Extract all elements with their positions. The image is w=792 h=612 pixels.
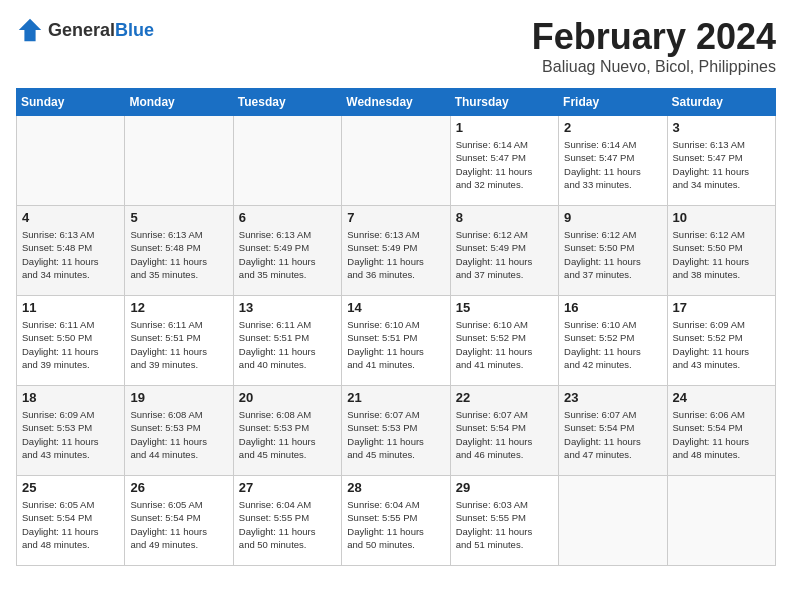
day-info: Sunrise: 6:13 AM Sunset: 5:49 PM Dayligh… bbox=[239, 228, 336, 281]
day-info: Sunrise: 6:03 AM Sunset: 5:55 PM Dayligh… bbox=[456, 498, 553, 551]
calendar-table: SundayMondayTuesdayWednesdayThursdayFrid… bbox=[16, 88, 776, 566]
calendar-cell: 29Sunrise: 6:03 AM Sunset: 5:55 PM Dayli… bbox=[450, 476, 558, 566]
day-info: Sunrise: 6:13 AM Sunset: 5:48 PM Dayligh… bbox=[130, 228, 227, 281]
day-number: 4 bbox=[22, 210, 119, 225]
calendar-header-row: SundayMondayTuesdayWednesdayThursdayFrid… bbox=[17, 89, 776, 116]
column-header-tuesday: Tuesday bbox=[233, 89, 341, 116]
day-info: Sunrise: 6:12 AM Sunset: 5:49 PM Dayligh… bbox=[456, 228, 553, 281]
day-info: Sunrise: 6:07 AM Sunset: 5:53 PM Dayligh… bbox=[347, 408, 444, 461]
day-info: Sunrise: 6:05 AM Sunset: 5:54 PM Dayligh… bbox=[22, 498, 119, 551]
day-number: 20 bbox=[239, 390, 336, 405]
day-info: Sunrise: 6:04 AM Sunset: 5:55 PM Dayligh… bbox=[347, 498, 444, 551]
day-number: 9 bbox=[564, 210, 661, 225]
calendar-cell bbox=[559, 476, 667, 566]
day-number: 19 bbox=[130, 390, 227, 405]
day-info: Sunrise: 6:13 AM Sunset: 5:48 PM Dayligh… bbox=[22, 228, 119, 281]
day-number: 28 bbox=[347, 480, 444, 495]
day-info: Sunrise: 6:10 AM Sunset: 5:52 PM Dayligh… bbox=[564, 318, 661, 371]
calendar-cell: 14Sunrise: 6:10 AM Sunset: 5:51 PM Dayli… bbox=[342, 296, 450, 386]
day-info: Sunrise: 6:14 AM Sunset: 5:47 PM Dayligh… bbox=[456, 138, 553, 191]
day-info: Sunrise: 6:12 AM Sunset: 5:50 PM Dayligh… bbox=[673, 228, 770, 281]
day-info: Sunrise: 6:10 AM Sunset: 5:52 PM Dayligh… bbox=[456, 318, 553, 371]
calendar-cell: 19Sunrise: 6:08 AM Sunset: 5:53 PM Dayli… bbox=[125, 386, 233, 476]
day-number: 14 bbox=[347, 300, 444, 315]
week-row-1: 4Sunrise: 6:13 AM Sunset: 5:48 PM Daylig… bbox=[17, 206, 776, 296]
logo: GeneralBlue bbox=[16, 16, 154, 44]
day-info: Sunrise: 6:13 AM Sunset: 5:49 PM Dayligh… bbox=[347, 228, 444, 281]
day-number: 11 bbox=[22, 300, 119, 315]
day-number: 12 bbox=[130, 300, 227, 315]
calendar-cell: 27Sunrise: 6:04 AM Sunset: 5:55 PM Dayli… bbox=[233, 476, 341, 566]
calendar-cell: 6Sunrise: 6:13 AM Sunset: 5:49 PM Daylig… bbox=[233, 206, 341, 296]
day-number: 27 bbox=[239, 480, 336, 495]
logo-general: GeneralBlue bbox=[48, 20, 154, 41]
day-info: Sunrise: 6:08 AM Sunset: 5:53 PM Dayligh… bbox=[239, 408, 336, 461]
calendar-cell: 22Sunrise: 6:07 AM Sunset: 5:54 PM Dayli… bbox=[450, 386, 558, 476]
day-number: 8 bbox=[456, 210, 553, 225]
calendar-cell bbox=[17, 116, 125, 206]
week-row-0: 1Sunrise: 6:14 AM Sunset: 5:47 PM Daylig… bbox=[17, 116, 776, 206]
week-row-4: 25Sunrise: 6:05 AM Sunset: 5:54 PM Dayli… bbox=[17, 476, 776, 566]
day-number: 1 bbox=[456, 120, 553, 135]
column-header-sunday: Sunday bbox=[17, 89, 125, 116]
svg-marker-0 bbox=[19, 19, 41, 41]
day-number: 29 bbox=[456, 480, 553, 495]
calendar-cell: 10Sunrise: 6:12 AM Sunset: 5:50 PM Dayli… bbox=[667, 206, 775, 296]
calendar-cell bbox=[125, 116, 233, 206]
calendar-cell: 12Sunrise: 6:11 AM Sunset: 5:51 PM Dayli… bbox=[125, 296, 233, 386]
day-info: Sunrise: 6:10 AM Sunset: 5:51 PM Dayligh… bbox=[347, 318, 444, 371]
calendar-cell: 13Sunrise: 6:11 AM Sunset: 5:51 PM Dayli… bbox=[233, 296, 341, 386]
logo-icon bbox=[16, 16, 44, 44]
calendar-cell: 18Sunrise: 6:09 AM Sunset: 5:53 PM Dayli… bbox=[17, 386, 125, 476]
title-area: February 2024 Baliuag Nuevo, Bicol, Phil… bbox=[532, 16, 776, 76]
day-info: Sunrise: 6:11 AM Sunset: 5:51 PM Dayligh… bbox=[130, 318, 227, 371]
column-header-thursday: Thursday bbox=[450, 89, 558, 116]
calendar-cell: 11Sunrise: 6:11 AM Sunset: 5:50 PM Dayli… bbox=[17, 296, 125, 386]
day-info: Sunrise: 6:04 AM Sunset: 5:55 PM Dayligh… bbox=[239, 498, 336, 551]
day-info: Sunrise: 6:05 AM Sunset: 5:54 PM Dayligh… bbox=[130, 498, 227, 551]
day-info: Sunrise: 6:11 AM Sunset: 5:51 PM Dayligh… bbox=[239, 318, 336, 371]
day-number: 25 bbox=[22, 480, 119, 495]
day-number: 24 bbox=[673, 390, 770, 405]
calendar-cell: 21Sunrise: 6:07 AM Sunset: 5:53 PM Dayli… bbox=[342, 386, 450, 476]
day-info: Sunrise: 6:09 AM Sunset: 5:52 PM Dayligh… bbox=[673, 318, 770, 371]
column-header-wednesday: Wednesday bbox=[342, 89, 450, 116]
day-info: Sunrise: 6:11 AM Sunset: 5:50 PM Dayligh… bbox=[22, 318, 119, 371]
day-number: 7 bbox=[347, 210, 444, 225]
day-info: Sunrise: 6:14 AM Sunset: 5:47 PM Dayligh… bbox=[564, 138, 661, 191]
calendar-cell: 28Sunrise: 6:04 AM Sunset: 5:55 PM Dayli… bbox=[342, 476, 450, 566]
day-info: Sunrise: 6:06 AM Sunset: 5:54 PM Dayligh… bbox=[673, 408, 770, 461]
header: GeneralBlue February 2024 Baliuag Nuevo,… bbox=[16, 16, 776, 76]
day-number: 13 bbox=[239, 300, 336, 315]
calendar-body: 1Sunrise: 6:14 AM Sunset: 5:47 PM Daylig… bbox=[17, 116, 776, 566]
day-number: 22 bbox=[456, 390, 553, 405]
calendar-cell bbox=[667, 476, 775, 566]
calendar-cell: 23Sunrise: 6:07 AM Sunset: 5:54 PM Dayli… bbox=[559, 386, 667, 476]
calendar-cell: 7Sunrise: 6:13 AM Sunset: 5:49 PM Daylig… bbox=[342, 206, 450, 296]
day-info: Sunrise: 6:09 AM Sunset: 5:53 PM Dayligh… bbox=[22, 408, 119, 461]
column-header-saturday: Saturday bbox=[667, 89, 775, 116]
calendar-cell: 24Sunrise: 6:06 AM Sunset: 5:54 PM Dayli… bbox=[667, 386, 775, 476]
day-number: 16 bbox=[564, 300, 661, 315]
day-info: Sunrise: 6:07 AM Sunset: 5:54 PM Dayligh… bbox=[564, 408, 661, 461]
calendar-cell: 16Sunrise: 6:10 AM Sunset: 5:52 PM Dayli… bbox=[559, 296, 667, 386]
main-title: February 2024 bbox=[532, 16, 776, 58]
day-info: Sunrise: 6:13 AM Sunset: 5:47 PM Dayligh… bbox=[673, 138, 770, 191]
week-row-2: 11Sunrise: 6:11 AM Sunset: 5:50 PM Dayli… bbox=[17, 296, 776, 386]
calendar-cell: 2Sunrise: 6:14 AM Sunset: 5:47 PM Daylig… bbox=[559, 116, 667, 206]
day-number: 17 bbox=[673, 300, 770, 315]
day-number: 15 bbox=[456, 300, 553, 315]
calendar-cell: 5Sunrise: 6:13 AM Sunset: 5:48 PM Daylig… bbox=[125, 206, 233, 296]
day-number: 2 bbox=[564, 120, 661, 135]
calendar-cell: 1Sunrise: 6:14 AM Sunset: 5:47 PM Daylig… bbox=[450, 116, 558, 206]
calendar-cell: 9Sunrise: 6:12 AM Sunset: 5:50 PM Daylig… bbox=[559, 206, 667, 296]
day-number: 18 bbox=[22, 390, 119, 405]
calendar-cell: 8Sunrise: 6:12 AM Sunset: 5:49 PM Daylig… bbox=[450, 206, 558, 296]
calendar-cell: 15Sunrise: 6:10 AM Sunset: 5:52 PM Dayli… bbox=[450, 296, 558, 386]
calendar-cell bbox=[342, 116, 450, 206]
calendar-cell: 3Sunrise: 6:13 AM Sunset: 5:47 PM Daylig… bbox=[667, 116, 775, 206]
calendar-cell bbox=[233, 116, 341, 206]
day-info: Sunrise: 6:08 AM Sunset: 5:53 PM Dayligh… bbox=[130, 408, 227, 461]
week-row-3: 18Sunrise: 6:09 AM Sunset: 5:53 PM Dayli… bbox=[17, 386, 776, 476]
day-number: 5 bbox=[130, 210, 227, 225]
